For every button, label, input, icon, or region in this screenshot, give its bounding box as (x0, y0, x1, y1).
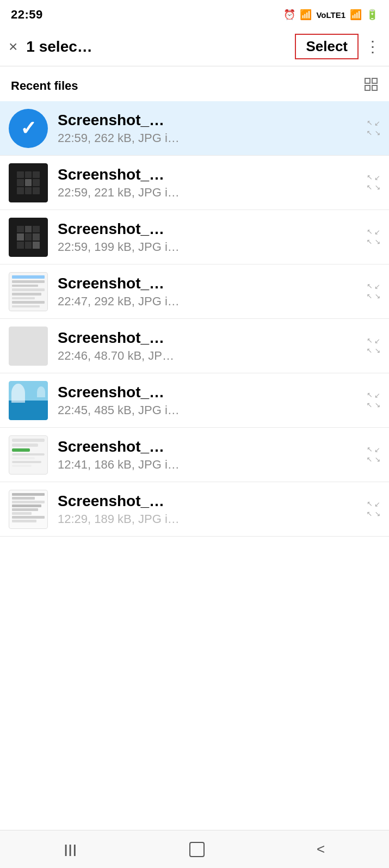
file-name: Screenshot_… (58, 493, 367, 510)
expand-arrow-tl: ↘ (367, 119, 373, 127)
file-thumbnail (9, 381, 48, 420)
file-info: Screenshot_… 22:59, 199 kB, JPG i… (58, 220, 367, 254)
file-name: Screenshot_… (58, 329, 367, 347)
expand-icon[interactable]: ↘ ↙ ↙ ↙ (367, 337, 380, 355)
expand-arrow-tl: ↘ (367, 391, 373, 399)
file-name: Screenshot_… (58, 275, 367, 292)
expand-arrow-tl: ↘ (367, 228, 373, 236)
notification-icon: ⏰ (283, 9, 295, 21)
status-time: 22:59 (11, 8, 43, 22)
list-item[interactable]: Screenshot_… 22:59, 221 kB, JPG i… ↘ ↙ ↙… (0, 156, 389, 210)
file-info: Screenshot_… 22:47, 292 kB, JPG i… (58, 275, 367, 309)
close-button[interactable]: × (9, 39, 17, 54)
file-thumbnail-selected: ✓ (9, 109, 48, 148)
section-title: Recent files (11, 79, 78, 93)
file-list: ✓ Screenshot_… 22:59, 262 kB, JPG i… ↘ ↙… (0, 101, 389, 537)
expand-arrow-br: ↙ (373, 130, 381, 136)
app-bar-title: 1 selec… (26, 38, 295, 56)
svg-rect-1 (372, 78, 377, 83)
expand-arrow-tr: ↙ (374, 391, 380, 399)
file-meta: 22:45, 485 kB, JPG i… (58, 403, 367, 417)
bottom-navigation: ||| < (0, 830, 389, 868)
file-thumbnail (9, 163, 48, 202)
section-header: Recent files (0, 66, 389, 101)
svg-rect-0 (365, 78, 370, 83)
expand-arrow-br: ↙ (373, 457, 381, 463)
file-thumbnail (9, 435, 48, 475)
file-meta: 12:41, 186 kB, JPG i… (58, 458, 367, 472)
menu-button[interactable]: ||| (48, 838, 94, 861)
file-thumbnail (9, 327, 48, 366)
file-meta: 22:59, 262 kB, JPG i… (58, 131, 367, 145)
file-meta: 22:59, 221 kB, JPG i… (58, 186, 367, 200)
file-name: Screenshot_… (58, 112, 367, 129)
file-meta: 22:47, 292 kB, JPG i… (58, 294, 367, 309)
list-item[interactable]: Screenshot_… 12:29, 189 kB, JPG i… ↘ ↙ ↙… (0, 482, 389, 537)
expand-arrow-bl: ↙ (366, 457, 374, 463)
signal-bars-icon: 📶 (350, 9, 362, 21)
expand-arrow-br: ↙ (373, 239, 381, 245)
expand-arrow-br: ↙ (373, 348, 381, 354)
home-button[interactable] (189, 842, 205, 857)
select-button[interactable]: Select (295, 34, 359, 59)
expand-arrow-tr: ↙ (374, 228, 380, 236)
expand-arrow-bl: ↙ (366, 130, 374, 136)
file-info: Screenshot_… 22:46, 48.70 kB, JP… (58, 329, 367, 363)
list-item[interactable]: Screenshot_… 22:59, 199 kB, JPG i… ↘ ↙ ↙… (0, 210, 389, 264)
expand-arrow-tr: ↙ (374, 337, 380, 345)
expand-icon[interactable]: ↘ ↙ ↙ ↙ (367, 119, 380, 137)
file-info: Screenshot_… 22:59, 262 kB, JPG i… (58, 112, 367, 145)
file-name: Screenshot_… (58, 166, 367, 183)
file-meta: 22:46, 48.70 kB, JP… (58, 349, 367, 363)
expand-icon[interactable]: ↘ ↙ ↙ ↙ (367, 446, 380, 464)
status-icons: ⏰ 📶 VoLTE1 📶 🔋 (283, 9, 378, 21)
file-meta: 22:59, 199 kB, JPG i… (58, 240, 367, 254)
expand-arrow-bl: ↙ (366, 402, 374, 408)
svg-rect-3 (372, 85, 377, 90)
app-bar: × 1 selec… Select ⋮ (0, 27, 389, 66)
expand-arrow-tr: ↙ (374, 282, 380, 291)
expand-arrow-br: ↙ (373, 402, 381, 408)
file-info: Screenshot_… 22:59, 221 kB, JPG i… (58, 166, 367, 200)
file-name: Screenshot_… (58, 438, 367, 455)
file-thumbnail (9, 218, 48, 257)
expand-arrow-tr: ↙ (374, 500, 380, 508)
file-info: Screenshot_… 22:45, 485 kB, JPG i… (58, 384, 367, 417)
expand-arrow-br: ↙ (373, 184, 381, 190)
battery-icon: 🔋 (366, 9, 378, 21)
list-item[interactable]: ✓ Screenshot_… 22:59, 262 kB, JPG i… ↘ ↙… (0, 101, 389, 156)
svg-rect-2 (365, 85, 370, 90)
expand-arrow-tl: ↘ (367, 446, 373, 454)
expand-arrow-tl: ↘ (367, 174, 373, 182)
file-thumbnail (9, 272, 48, 311)
expand-icon[interactable]: ↘ ↙ ↙ ↙ (367, 174, 380, 192)
expand-arrow-tr: ↙ (374, 119, 380, 127)
expand-arrow-bl: ↙ (366, 348, 374, 354)
expand-arrow-tl: ↘ (367, 500, 373, 508)
file-info: Screenshot_… 12:29, 189 kB, JPG i… (58, 493, 367, 526)
expand-arrow-br: ↙ (373, 293, 381, 299)
file-name: Screenshot_… (58, 220, 367, 238)
file-thumbnail (9, 490, 48, 529)
status-bar: 22:59 ⏰ 📶 VoLTE1 📶 🔋 (0, 0, 389, 27)
expand-arrow-bl: ↙ (366, 239, 374, 245)
more-options-button[interactable]: ⋮ (365, 38, 380, 56)
expand-arrow-br: ↙ (373, 511, 381, 517)
grid-view-button[interactable] (364, 77, 378, 95)
expand-icon[interactable]: ↘ ↙ ↙ ↙ (367, 500, 380, 518)
expand-icon[interactable]: ↘ ↙ ↙ ↙ (367, 391, 380, 409)
list-item[interactable]: Screenshot_… 12:41, 186 kB, JPG i… ↘ ↙ ↙… (0, 428, 389, 482)
signal-icon: VoLTE1 (316, 10, 345, 20)
expand-arrow-tl: ↘ (367, 337, 373, 345)
expand-icon[interactable]: ↘ ↙ ↙ ↙ (367, 282, 380, 300)
file-meta: 12:29, 189 kB, JPG i… (58, 512, 367, 526)
expand-arrow-bl: ↙ (366, 184, 374, 190)
expand-icon[interactable]: ↘ ↙ ↙ ↙ (367, 228, 380, 246)
back-button[interactable]: < (300, 836, 341, 862)
file-name: Screenshot_… (58, 384, 367, 401)
list-item[interactable]: Screenshot_… 22:45, 485 kB, JPG i… ↘ ↙ ↙… (0, 373, 389, 428)
expand-arrow-tr: ↙ (374, 446, 380, 454)
list-item[interactable]: Screenshot_… 22:46, 48.70 kB, JP… ↘ ↙ ↙ … (0, 319, 389, 373)
file-info: Screenshot_… 12:41, 186 kB, JPG i… (58, 438, 367, 472)
list-item[interactable]: Screenshot_… 22:47, 292 kB, JPG i… ↘ ↙ ↙… (0, 264, 389, 319)
